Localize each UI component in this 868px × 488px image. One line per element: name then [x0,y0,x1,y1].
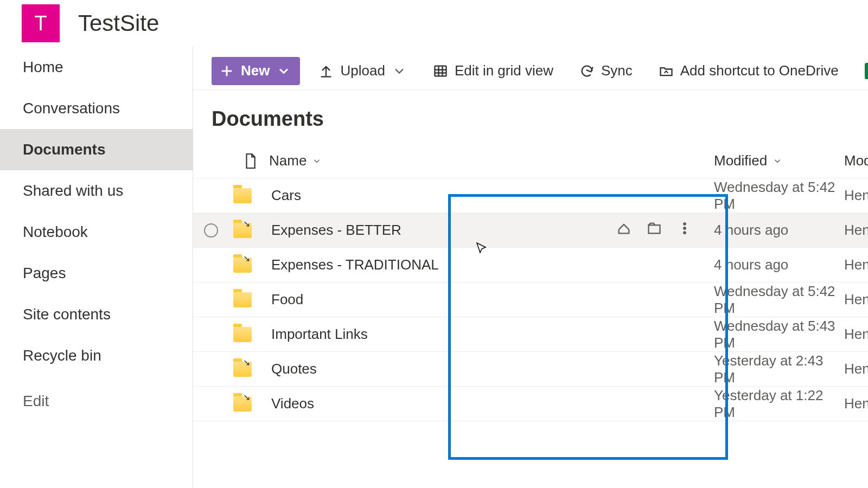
table-header: Name Modified Modified By Depa [193,144,868,178]
sidebar-item-pages[interactable]: Pages [0,253,193,294]
chevron-down-icon [392,63,407,79]
sync-button[interactable]: Sync [566,52,646,90]
table-row[interactable]: Important LinksWednesday at 5:43 PMHenry… [193,317,868,352]
folder-icon [233,292,252,307]
modified-column-header[interactable]: Modified [714,152,844,169]
modified-value: 4 hours ago [714,222,844,239]
table-row[interactable]: FoodWednesday at 5:42 PMHenry Legge [193,282,868,317]
sidebar-edit[interactable]: Edit [0,381,193,422]
modified-by-value[interactable]: Henry Legge [844,395,868,412]
svg-rect-13 [649,225,660,233]
document-list: Name Modified Modified By Depa CarsWedne… [193,144,868,421]
svg-point-14 [684,223,686,226]
modified-by-value[interactable]: Henry Legge [844,326,868,343]
grid-label: Edit in grid view [455,62,553,79]
table-row[interactable]: ↘Expenses - BETTER4 hours agoHenry Legge [193,213,868,248]
page-title: Documents [193,90,868,144]
item-name[interactable]: Expenses - TRADITIONAL [271,256,439,273]
folder-shortcut-icon [659,63,674,79]
modified-value: Wednesday at 5:42 PM [714,283,844,317]
modified-by-value[interactable]: Henry Legge [844,291,868,308]
item-name[interactable]: Cars [271,187,301,204]
open-location-icon[interactable] [647,221,662,240]
modified-by-value[interactable]: Henry Legge [844,222,868,239]
upload-icon [318,63,334,79]
svg-point-16 [684,232,686,234]
modified-value: 4 hours ago [714,256,844,273]
name-column-header[interactable]: Name [269,152,714,169]
sidebar-item-notebook[interactable]: Notebook [0,211,193,253]
item-name[interactable]: Food [271,291,303,308]
excel-icon: X [865,63,868,79]
edit-grid-button[interactable]: Edit in grid view [420,52,566,90]
folder-icon: ↘ [233,396,252,412]
chevron-down-icon [276,63,291,79]
table-row[interactable]: ↘Expenses - TRADITIONAL4 hours agoHenry … [193,248,868,282]
shortcut-button[interactable]: Add shortcut to OneDrive [646,52,852,90]
sidebar: HomeConversationsDocumentsShared with us… [0,47,193,488]
folder-icon: ↘ [233,362,252,377]
plus-icon [219,63,234,79]
sidebar-item-shared-with-us[interactable]: Shared with us [0,170,193,211]
svg-point-15 [684,227,686,230]
modified-value: Wednesday at 5:43 PM [714,318,844,351]
new-button-label: New [241,62,270,79]
folder-icon [233,327,252,342]
sync-label: Sync [601,62,633,79]
modified-value: Yesterday at 2:43 PM [714,352,844,386]
folder-icon: ↘ [233,258,252,273]
modified-value: Wednesday at 5:42 PM [714,179,844,213]
modified-by-column-header[interactable]: Modified By [844,152,868,169]
folder-icon [233,188,252,203]
table-row[interactable]: CarsWednesday at 5:42 PMHenry Legge [193,178,868,213]
new-button[interactable]: New [212,57,300,85]
upload-label: Upload [340,62,385,79]
select-circle[interactable] [204,223,218,237]
sidebar-item-site-contents[interactable]: Site contents [0,294,193,335]
item-name[interactable]: Quotes [271,361,317,377]
modified-by-value[interactable]: Henry Legge [844,256,868,273]
modified-by-value[interactable]: Henry Legge [844,187,868,204]
site-title[interactable]: TestSite [78,10,159,36]
file-type-column[interactable] [231,152,269,170]
upload-button[interactable]: Upload [305,52,419,90]
row-actions [616,221,714,240]
table-row[interactable]: ↘VideosYesterday at 1:22 PMHenry Legge [193,387,868,421]
sidebar-item-home[interactable]: Home [0,47,193,88]
svg-rect-4 [435,66,446,76]
shortcut-label: Add shortcut to OneDrive [680,62,839,79]
main-pane: New Upload Edit in grid view [193,47,868,488]
command-bar: New Upload Edit in grid view [193,52,868,90]
item-name[interactable]: Important Links [271,326,368,343]
export-button[interactable]: X Export to Exc [852,52,868,90]
sidebar-item-recycle-bin[interactable]: Recycle bin [0,335,193,376]
site-logo[interactable]: T [22,4,60,42]
modified-by-value[interactable]: Henry Legge [844,361,868,377]
modified-value: Yesterday at 1:22 PM [714,387,844,421]
more-icon[interactable] [677,221,692,240]
site-header: T TestSite [0,0,868,47]
folder-icon: ↘ [233,223,252,238]
item-name[interactable]: Expenses - BETTER [271,222,401,239]
sidebar-item-conversations[interactable]: Conversations [0,88,193,129]
sidebar-item-documents[interactable]: Documents [0,129,193,170]
sync-icon [579,63,595,79]
share-icon[interactable] [616,221,631,240]
item-name[interactable]: Videos [271,395,314,412]
table-row[interactable]: ↘QuotesYesterday at 2:43 PMHenry Legge [193,352,868,387]
grid-icon [433,63,448,79]
